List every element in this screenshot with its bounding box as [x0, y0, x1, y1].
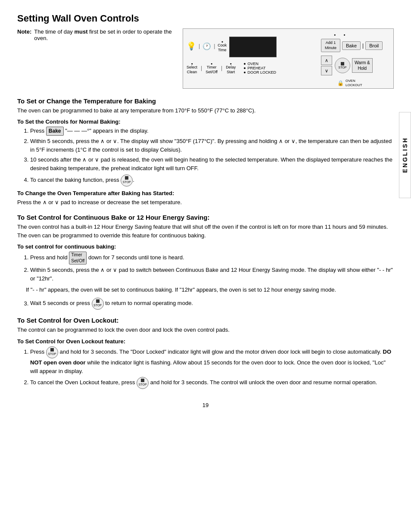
stop-square-icon	[341, 62, 344, 65]
continuous-steps-2: Wait 5 seconds or press STOP to return t…	[30, 298, 394, 310]
dots-top-right: ●●	[334, 33, 345, 36]
stop-square-inline	[125, 176, 128, 180]
stop-sq-3	[50, 348, 54, 352]
select-clean-label: SelectClean	[187, 65, 197, 75]
sep1: |	[199, 43, 200, 49]
subtitle-continuous: To set control for continuous baking:	[17, 243, 394, 250]
section-lockout: To Set Control for Oven Lockout: The con…	[17, 317, 394, 389]
top-btn-row: Add 1Minute Bake | Broil	[321, 39, 390, 52]
stop-inline-icon: STOP	[121, 174, 133, 187]
clock-icon: 🕐	[202, 42, 211, 50]
note-block: Note: The time of day must first be set …	[17, 28, 174, 41]
stop-inline-2: STOP	[92, 298, 104, 310]
lockout-steps: Press STOP and hold for 3 seconds. The "…	[30, 346, 394, 389]
cont-step-2: Within 5 seconds, press the or pad to sw…	[30, 266, 394, 283]
stop-sq-4	[141, 379, 144, 382]
section-baking-intro: The oven can be programmed to bake at an…	[17, 106, 394, 115]
stop-inline-3: STOP	[46, 346, 58, 358]
sep4: |	[221, 65, 222, 71]
cp-left: 💡 | 🕐 | ● CookTime ● SelectClean	[187, 31, 319, 75]
btn-sep: |	[362, 43, 364, 49]
section-baking: To Set or Change the Temperature for Bak…	[17, 93, 394, 207]
step-1: Press Bake "— — —°" appears in the displ…	[30, 127, 394, 136]
page-title: Setting Wall Oven Controls	[17, 13, 394, 24]
stop-inline-4: STOP	[137, 377, 149, 389]
bake-btn[interactable]: Bake	[342, 41, 361, 50]
control-panel: 💡 | 🕐 | ● CookTime ● SelectClean	[183, 28, 394, 89]
dots-cook: ●	[221, 40, 223, 43]
dots-select: ●	[191, 62, 193, 65]
section-lockout-intro: The control can be programmed to lock th…	[17, 326, 394, 334]
subtitle-change-temp: To Change the Oven Temperature after Bak…	[17, 190, 394, 196]
english-label: ENGLISH	[402, 137, 408, 173]
stop-txt-4: STOP	[139, 383, 147, 387]
stop-label: STOP	[339, 66, 347, 69]
continuous-steps: Press and hold TimerSet/Off down for 7 s…	[30, 252, 394, 283]
timer-setoff-inline: TimerSet/Off	[69, 252, 87, 264]
stop-txt-2: STOP	[93, 303, 102, 308]
oven-lockout-label: OVENLOCKOUT	[346, 79, 362, 87]
section-continuous: To Set Control for Continuous Bake or 12…	[17, 214, 394, 310]
lock-step-2: To cancel the Oven Lockout feature, pres…	[30, 377, 394, 389]
sep2: |	[214, 43, 215, 49]
lock-step-1: Press STOP and hold for 3 seconds. The "…	[30, 346, 394, 376]
donotopen-text: DO NOT open oven door	[30, 348, 391, 366]
dots-delay: ●	[230, 62, 232, 65]
cp-right: ●● Add 1Minute Bake | Broil ∧ ∨	[321, 31, 390, 87]
warm-hold-btn[interactable]: Warm &Hold	[352, 58, 373, 73]
cont-step-3: Wait 5 seconds or press STOP to return t…	[30, 298, 394, 310]
stop-btn[interactable]: STOP	[335, 58, 350, 73]
arrow-up-btn[interactable]: ∧	[321, 56, 332, 65]
indicator-area: ●OVEN ●PREHEAT ●DOOR LOCKED	[243, 62, 276, 75]
bake-inline-btn: Bake	[46, 127, 64, 136]
cont-step-1: Press and hold TimerSet/Off down for 7 s…	[30, 252, 394, 264]
section-baking-title: To Set or Change the Temperature for Bak…	[17, 97, 394, 105]
bottom-btn-row: ∧ ∨ STOP Warm &Hold	[321, 56, 390, 75]
step-4: To cancel the baking function, press STO…	[30, 174, 394, 187]
step-2: Within 5 seconds, press the or . The dis…	[30, 137, 394, 154]
lockout-area: 🔒 OVENLOCKOUT	[337, 79, 390, 87]
note-label: Note:	[17, 28, 31, 41]
cook-time-label: CookTime	[218, 43, 227, 53]
door-locked-indicator: DOOR LOCKED	[248, 70, 277, 75]
english-sidebar: ENGLISH	[399, 112, 411, 198]
page: Setting Wall Oven Controls 💡 | 🕐 | ● Coo…	[0, 0, 411, 426]
subtitle-lockout-feature: To Set Control for Oven Lockout feature:	[17, 338, 394, 345]
timer-setoff-label: TimerSet/Off	[206, 65, 218, 75]
note-text: The time of day must first be set in ord…	[34, 28, 174, 41]
stop-sq-2	[96, 299, 100, 303]
add1min-btn[interactable]: Add 1Minute	[321, 39, 340, 52]
broil-btn[interactable]: Broil	[365, 41, 383, 50]
section-continuous-title: To Set Control for Continuous Bake or 12…	[17, 214, 394, 221]
section-lockout-title: To Set Control for Oven Lockout:	[17, 317, 394, 324]
preheat-indicator: PREHEAT	[248, 66, 266, 70]
normal-baking-steps: Press Bake "— — —°" appears in the displ…	[30, 127, 394, 186]
section-continuous-intro: The oven control has a built-in 12 Hour …	[17, 223, 394, 240]
page-number: 19	[17, 402, 394, 408]
stop-text-inline: STOP	[123, 180, 131, 185]
continuous-mid-text: If "- - hr" appears, the oven will be se…	[26, 286, 394, 294]
arrow-down-btn[interactable]: ∨	[321, 66, 332, 75]
delay-start-label: DelayStart	[226, 65, 236, 75]
subtitle-normal-baking: To Set the Controls for Normal Baking:	[17, 118, 394, 125]
lightbulb-icon: 💡	[187, 41, 196, 51]
dots-timer: ●	[211, 62, 212, 65]
stop-txt-3: STOP	[48, 352, 56, 357]
oven-display	[229, 37, 277, 57]
sep3: |	[201, 65, 202, 71]
change-temp-text: Press the or pad to increase or decrease…	[17, 198, 394, 207]
step-3: 10 seconds after the or pad is released,…	[30, 156, 394, 173]
oven-indicator: OVEN	[248, 62, 259, 66]
